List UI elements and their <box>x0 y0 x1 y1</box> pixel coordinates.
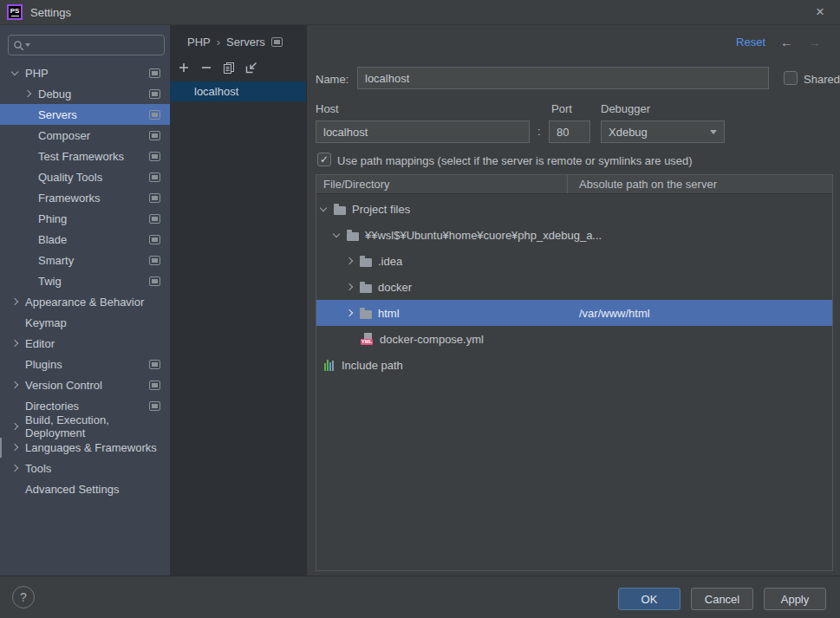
tree-row-docker[interactable]: docker <box>316 274 832 300</box>
sidebar-item-phing[interactable]: Phing <box>0 208 170 229</box>
sidebar-item-smarty[interactable]: Smarty <box>0 250 170 270</box>
title-bar: PS Settings × <box>0 0 840 25</box>
sidebar-item-twig[interactable]: Twig <box>0 270 170 291</box>
tree-row-project-files[interactable]: Project files <box>316 196 832 222</box>
server-settings-panel: Reset ← → Name: Shared Host Port Debugge… <box>306 25 840 576</box>
folder-icon <box>347 232 359 241</box>
host-field[interactable] <box>316 120 530 143</box>
chevron-right-icon[interactable] <box>11 298 18 305</box>
shared-checkbox[interactable] <box>784 71 798 85</box>
monitor-icon <box>149 381 160 390</box>
monitor-icon <box>149 235 160 244</box>
sidebar-item-tools[interactable]: Tools <box>0 458 170 478</box>
help-icon[interactable]: ? <box>12 586 35 608</box>
close-icon[interactable]: × <box>809 2 831 23</box>
tree-row-wsl-root[interactable]: ¥¥wsl$¥Ubuntu¥home¥cuore¥php_xdebug_a... <box>316 222 832 248</box>
monitor-icon <box>149 68 160 78</box>
port-field[interactable] <box>549 120 590 143</box>
monitor-icon <box>149 110 160 120</box>
monitor-icon <box>149 152 160 161</box>
servers-toolbar <box>170 58 306 77</box>
chevron-down-icon[interactable] <box>333 230 340 237</box>
chevron-right-icon[interactable] <box>11 423 18 430</box>
chevron-right-icon[interactable] <box>11 340 18 347</box>
server-list-item-localhost[interactable]: localhost <box>170 81 306 101</box>
remove-icon[interactable] <box>200 62 212 74</box>
chevron-right-icon[interactable] <box>11 381 18 388</box>
shared-label: Shared <box>804 73 840 86</box>
phpstorm-logo-icon: PS <box>7 4 23 20</box>
sidebar-item-plugins[interactable]: Plugins <box>0 354 170 374</box>
settings-sidebar: PHP Debug Servers Composer Test Framewor… <box>0 25 170 576</box>
sidebar-item-advanced-settings[interactable]: Advanced Settings <box>0 478 170 499</box>
tree-row-html[interactable]: html /var/www/html <box>316 300 832 326</box>
search-icon <box>13 40 24 51</box>
import-icon[interactable] <box>245 62 257 74</box>
cancel-button[interactable]: Cancel <box>691 588 753 610</box>
reset-link[interactable]: Reset <box>736 36 765 49</box>
sidebar-item-debug[interactable]: Debug <box>0 83 170 104</box>
sidebar-item-php[interactable]: PHP <box>0 62 170 83</box>
chevron-right-icon[interactable] <box>346 309 353 316</box>
sidebar-item-frameworks[interactable]: Frameworks <box>0 187 170 208</box>
server-list: localhost <box>170 81 306 101</box>
monitor-icon <box>149 214 160 224</box>
chevron-right-icon[interactable] <box>24 90 31 97</box>
mapped-path-value[interactable]: /var/www/html <box>579 300 650 326</box>
sidebar-item-test-frameworks[interactable]: Test Frameworks <box>0 146 170 166</box>
back-arrow-icon[interactable]: ← <box>780 36 793 49</box>
apply-button[interactable]: Apply <box>764 588 826 610</box>
table-header: File/Directory Absolute path on the serv… <box>316 175 832 194</box>
folder-icon <box>334 206 346 215</box>
chevron-right-icon[interactable] <box>11 444 18 451</box>
folder-icon <box>360 258 372 267</box>
sidebar-item-version-control[interactable]: Version Control <box>0 374 170 395</box>
settings-search-box[interactable] <box>8 35 165 55</box>
chevron-down-icon[interactable] <box>320 204 327 211</box>
folder-icon <box>360 284 372 293</box>
include-path-icon <box>324 360 335 371</box>
sidebar-item-appearance-behavior[interactable]: Appearance & Behavior <box>0 291 170 312</box>
sidebar-item-quality-tools[interactable]: Quality Tools <box>0 166 170 187</box>
chevron-right-icon[interactable] <box>346 283 353 290</box>
copy-icon[interactable] <box>223 62 235 74</box>
sidebar-item-composer[interactable]: Composer <box>0 125 170 146</box>
chevron-down-icon[interactable] <box>11 68 18 75</box>
sidebar-item-keymap[interactable]: Keymap <box>0 312 170 333</box>
debugger-dropdown[interactable]: Xdebug <box>601 120 725 143</box>
debugger-label: Debugger <box>601 102 650 115</box>
chevron-right-icon[interactable] <box>11 465 18 472</box>
tree-row-idea[interactable]: .idea <box>316 248 832 274</box>
chevron-down-icon <box>710 130 717 134</box>
breadcrumb: PHP › Servers <box>170 25 306 58</box>
sidebar-item-blade[interactable]: Blade <box>0 229 170 250</box>
settings-search-input[interactable] <box>32 39 160 52</box>
monitor-icon <box>149 256 160 265</box>
tree-row-include-path[interactable]: Include path <box>316 352 832 378</box>
folder-icon <box>360 310 372 319</box>
add-icon[interactable] <box>178 62 190 74</box>
sidebar-item-languages-frameworks[interactable]: Languages & Frameworks <box>0 437 170 458</box>
sidebar-item-servers[interactable]: Servers <box>0 104 170 125</box>
sidebar-scroll-indicator[interactable] <box>0 438 2 458</box>
search-filter-caret-icon <box>25 43 30 47</box>
monitor-icon <box>149 276 160 286</box>
path-mappings-checkbox[interactable]: ✓ <box>317 153 331 166</box>
settings-dialog: PS Settings × PHP Debug Servers <box>0 0 840 618</box>
port-label: Port <box>551 102 572 115</box>
sidebar-item-editor[interactable]: Editor <box>0 333 170 354</box>
chevron-right-icon[interactable] <box>346 257 353 264</box>
monitor-icon <box>149 360 160 369</box>
ok-button[interactable]: OK <box>618 588 680 610</box>
breadcrumb-servers[interactable]: Servers <box>226 36 265 49</box>
host-label: Host <box>316 102 339 115</box>
window-title: Settings <box>30 6 71 19</box>
sidebar-item-build-execution-deployment[interactable]: Build, Execution, Deployment <box>0 416 170 437</box>
breadcrumb-php[interactable]: PHP <box>187 36 211 49</box>
name-field[interactable] <box>357 67 769 89</box>
tree-row-docker-compose[interactable]: YML docker-compose.yml <box>316 326 832 352</box>
forward-arrow-icon: → <box>808 36 821 49</box>
path-mappings-label: Use path mappings (select if the server … <box>337 154 693 167</box>
column-header-file-directory: File/Directory <box>316 175 568 193</box>
breadcrumb-separator: › <box>217 36 220 49</box>
